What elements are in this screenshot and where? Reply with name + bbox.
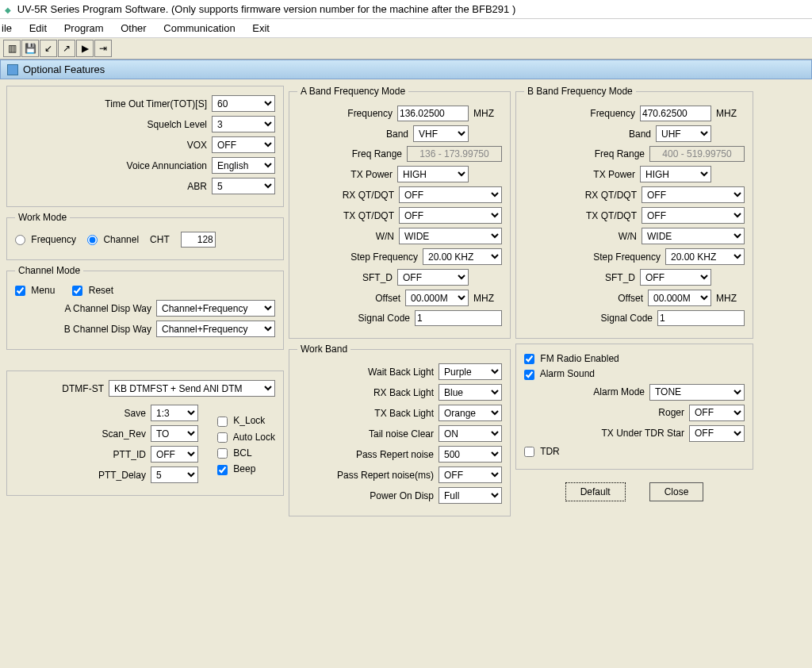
- save-select[interactable]: 1:3: [151, 405, 198, 421]
- a-sigcode-input[interactable]: [415, 310, 502, 326]
- passrepms-label: Pass Repert noise(ms): [337, 470, 434, 481]
- app-icon: ◆: [5, 6, 11, 14]
- menu-file[interactable]: ile: [2, 22, 12, 34]
- vox-select[interactable]: OFF: [212, 136, 275, 153]
- a-sftd-select[interactable]: OFF: [397, 269, 469, 286]
- group-channel-mode: Channel Mode Menu Reset A Channel Disp W…: [6, 265, 284, 350]
- tool-play-icon[interactable]: ▶: [76, 40, 94, 57]
- b-range-display: [649, 146, 745, 162]
- aband-legend: A Band Frequency Mode: [297, 86, 408, 97]
- a-freq-label: Frequency: [347, 108, 393, 119]
- group-a-band: A Band Frequency Mode Frequency MHZ Band…: [289, 86, 511, 339]
- scanrev-select[interactable]: TO: [151, 425, 198, 442]
- a-wn-select[interactable]: WIDE: [399, 228, 502, 244]
- close-button[interactable]: Close: [649, 482, 704, 501]
- b-freq-input[interactable]: [640, 106, 711, 121]
- abr-select[interactable]: 5: [212, 178, 275, 194]
- a-freq-input[interactable]: [397, 106, 469, 121]
- a-offset-unit: MHZ: [473, 293, 502, 304]
- a-rxqt-label: RX QT/DQT: [343, 190, 394, 201]
- group-work-band: Work Band Wait Back Light Purple RX Back…: [289, 344, 511, 516]
- bband-legend: B Band Frequency Mode: [524, 86, 636, 97]
- window-title: ◆ UV-5R Series Program Software. (Only s…: [0, 0, 812, 19]
- passrepms-select[interactable]: OFF: [439, 466, 502, 483]
- alarm-mode-select[interactable]: TONE: [649, 384, 745, 401]
- bcl-checkbox[interactable]: BCL: [217, 447, 275, 459]
- tool-open-icon[interactable]: ▥: [3, 40, 21, 57]
- b-wn-select[interactable]: WIDE: [642, 228, 745, 244]
- wait-bl-label: Wait Back Light: [368, 367, 434, 378]
- pttdelay-select[interactable]: 5: [151, 466, 198, 483]
- alarm-checkbox[interactable]: Alarm Sound: [524, 368, 595, 379]
- default-button[interactable]: Default: [565, 482, 626, 501]
- b-disp-select[interactable]: Channel+Frequency: [156, 321, 275, 337]
- a-disp-label: A Channel Disp Way: [64, 303, 151, 314]
- a-offset-select[interactable]: 00.000M: [405, 290, 469, 306]
- radio-channel[interactable]: Channel: [87, 234, 139, 245]
- a-txqt-select[interactable]: OFF: [399, 207, 502, 224]
- txtdr-select[interactable]: OFF: [689, 425, 745, 442]
- b-txpower-select[interactable]: HIGH: [640, 166, 711, 182]
- passrep-label: Pass Repert noise: [356, 449, 434, 460]
- a-rxqt-select[interactable]: OFF: [399, 186, 502, 203]
- reset-checkbox[interactable]: Reset: [72, 285, 113, 296]
- workmode-legend: Work Mode: [15, 212, 70, 223]
- radio-frequency[interactable]: Frequency: [15, 234, 76, 245]
- alarm-mode-label: Alarm Mode: [593, 386, 645, 397]
- pttdelay-label: PTT_Delay: [98, 470, 146, 481]
- b-rxqt-select[interactable]: OFF: [642, 186, 745, 203]
- a-step-select[interactable]: 20.00 KHZ: [423, 248, 502, 265]
- group-top-settings: Time Out Timer(TOT)[S] 60 Squelch Level …: [6, 86, 284, 207]
- tot-label: Time Out Timer(TOT)[S]: [105, 98, 207, 109]
- a-range-display: [407, 146, 502, 162]
- menu-edit[interactable]: Edit: [29, 22, 47, 34]
- cht-input[interactable]: [181, 232, 216, 248]
- menu-exit[interactable]: Exit: [252, 22, 270, 34]
- a-txpower-select[interactable]: HIGH: [397, 166, 469, 182]
- b-sigcode-input[interactable]: [657, 310, 745, 326]
- voice-label: Voice Annunciation: [127, 160, 207, 171]
- pon-select[interactable]: Full: [439, 487, 502, 504]
- tot-select[interactable]: 60: [212, 95, 275, 112]
- wait-bl-select[interactable]: Purple: [439, 363, 502, 380]
- tool-read-icon[interactable]: ↙: [40, 40, 57, 57]
- pttid-select[interactable]: OFF: [151, 446, 198, 463]
- b-sftd-select[interactable]: OFF: [640, 269, 711, 286]
- group-misc: DTMF-ST KB DTMFST + Send ANI DTM Save 1:…: [6, 370, 284, 496]
- b-band-select[interactable]: UHF: [656, 125, 711, 142]
- autolock-checkbox[interactable]: Auto Lock: [217, 432, 275, 443]
- a-disp-select[interactable]: Channel+Frequency: [156, 300, 275, 317]
- menu-program[interactable]: Program: [64, 22, 104, 34]
- group-work-mode: Work Mode Frequency Channel CHT: [6, 212, 284, 260]
- a-txqt-label: TX QT/DQT: [343, 210, 394, 221]
- tool-exit-icon[interactable]: ⇥: [94, 40, 112, 57]
- rx-bl-select[interactable]: Blue: [439, 384, 502, 401]
- squelch-select[interactable]: 3: [212, 116, 275, 132]
- dtmf-label: DTMF-ST: [62, 383, 104, 394]
- b-txqt-label: TX QT/DQT: [586, 210, 637, 221]
- menu-checkbox[interactable]: Menu: [15, 285, 55, 296]
- tx-bl-select[interactable]: Orange: [439, 405, 502, 421]
- klock-checkbox[interactable]: K_Lock: [217, 415, 275, 426]
- tool-write-icon[interactable]: ↗: [58, 40, 75, 57]
- roger-label: Roger: [658, 407, 684, 418]
- menu-bar: ile Edit Program Other Communication Exi…: [0, 19, 812, 38]
- passrep-select[interactable]: 500: [439, 446, 502, 463]
- b-offset-select[interactable]: 00.000M: [648, 290, 711, 306]
- b-step-select[interactable]: 20.00 KHZ: [665, 248, 745, 265]
- roger-select[interactable]: OFF: [689, 405, 745, 421]
- menu-other[interactable]: Other: [121, 22, 147, 34]
- tdr-checkbox[interactable]: TDR: [524, 446, 560, 457]
- beep-checkbox[interactable]: Beep: [217, 463, 275, 474]
- panel-header: Optional Features: [0, 60, 812, 79]
- fm-checkbox[interactable]: FM Radio Enabled: [524, 353, 619, 364]
- tool-save-icon[interactable]: 💾: [21, 40, 39, 57]
- tail-select[interactable]: ON: [439, 425, 502, 442]
- dtmf-select[interactable]: KB DTMFST + Send ANI DTM: [109, 380, 275, 397]
- voice-select[interactable]: English: [212, 157, 275, 174]
- txtdr-label: TX Under TDR Star: [602, 428, 684, 439]
- a-band-select[interactable]: VHF: [413, 125, 469, 142]
- menu-communication[interactable]: Communication: [163, 22, 235, 34]
- b-txqt-select[interactable]: OFF: [642, 207, 745, 224]
- save-label: Save: [124, 408, 146, 419]
